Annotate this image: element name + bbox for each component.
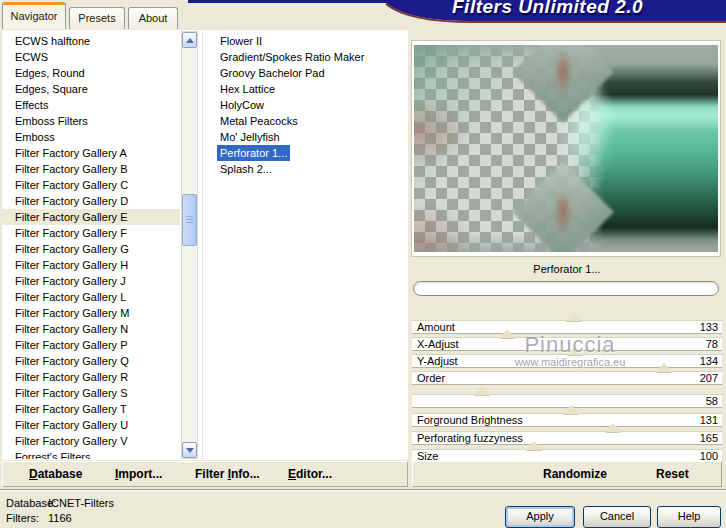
- tab-navigator[interactable]: Navigator: [2, 2, 66, 29]
- slider-thumb-icon[interactable]: [656, 363, 672, 372]
- help-button[interactable]: Help: [657, 506, 721, 528]
- category-item[interactable]: Filter Factory Gallery S: [2, 385, 180, 401]
- reset-button[interactable]: Reset: [656, 462, 689, 486]
- filter-item[interactable]: Gradient/Spokes Ratio Maker: [203, 49, 408, 65]
- slider-thumb-icon[interactable]: [566, 312, 582, 321]
- category-item[interactable]: Emboss Filters: [2, 113, 180, 129]
- cancel-button[interactable]: Cancel: [583, 506, 651, 528]
- category-item[interactable]: Edges, Square: [2, 81, 180, 97]
- parameter-value: 131: [700, 414, 718, 426]
- category-item[interactable]: Filter Factory Gallery R: [2, 369, 180, 385]
- category-item[interactable]: Filter Factory Gallery Q: [2, 353, 180, 369]
- parameter-value: 134: [700, 355, 718, 367]
- parameter-slider[interactable]: Forground Brightness131: [412, 413, 722, 427]
- scrollbar-thumb[interactable]: [182, 194, 197, 246]
- parameter-slider[interactable]: Order207: [412, 371, 722, 385]
- tab-about[interactable]: About: [128, 7, 178, 29]
- category-item[interactable]: Forrest's Filters: [2, 449, 180, 459]
- filters-unlimited-window: Filters Unlimited 2.0 Navigator Presets …: [0, 0, 726, 528]
- parameter-list: Amount133X-Adjust78Y-Adjust134Order20758…: [412, 318, 722, 463]
- category-item[interactable]: ECWS halftone: [2, 33, 180, 49]
- preview-caption: Perforator 1...: [412, 263, 722, 275]
- category-item[interactable]: Filter Factory Gallery G: [2, 241, 180, 257]
- category-item[interactable]: Filter Factory Gallery M: [2, 305, 180, 321]
- left-toolbar: Database Import... Filter Info... Editor…: [2, 461, 408, 487]
- filter-item[interactable]: Splash 2...: [203, 161, 408, 177]
- category-item[interactable]: Filter Factory Gallery N: [2, 321, 180, 337]
- randomize-button[interactable]: Randomize: [543, 462, 607, 486]
- category-item[interactable]: Filter Factory Gallery V: [2, 433, 180, 449]
- parameter-label: Perforating fuzzyness: [417, 432, 523, 444]
- category-item[interactable]: Edges, Round: [2, 65, 180, 81]
- category-item[interactable]: Filter Factory Gallery D: [2, 193, 180, 209]
- filter-item[interactable]: Hex Lattice: [203, 81, 408, 97]
- slider-thumb-icon[interactable]: [605, 423, 621, 432]
- filter-item[interactable]: HolyCow: [203, 97, 408, 113]
- category-item[interactable]: Emboss: [2, 129, 180, 145]
- parameter-slider[interactable]: Amount133: [412, 320, 722, 334]
- database-status-value: ICNET-Filters: [48, 497, 114, 509]
- preview-oval-bottom: [554, 189, 572, 235]
- category-item[interactable]: Filter Factory Gallery P: [2, 337, 180, 353]
- parameter-slider[interactable]: Y-Adjust134: [412, 354, 722, 368]
- parameter-label: Y-Adjust: [417, 355, 458, 367]
- slider-thumb-icon[interactable]: [567, 346, 583, 355]
- chevron-down-icon: [186, 448, 194, 457]
- editor-button[interactable]: Editor...: [288, 462, 332, 486]
- preview-image: [414, 45, 718, 252]
- preview-oval-top: [554, 49, 572, 95]
- category-item[interactable]: Filter Factory Gallery U: [2, 417, 180, 433]
- progress-bar: [413, 281, 719, 296]
- slider-thumb-icon[interactable]: [499, 329, 515, 338]
- parameter-slider[interactable]: Perforating fuzzyness165: [412, 431, 722, 445]
- parameter-value: 78: [706, 338, 718, 350]
- parameter-label: X-Adjust: [417, 338, 459, 350]
- import-button[interactable]: Import...: [115, 462, 162, 486]
- category-item[interactable]: Filter Factory Gallery J: [2, 273, 180, 289]
- parameter-value: 165: [700, 432, 718, 444]
- chevron-up-icon: [186, 34, 194, 43]
- parameter-value: 58: [706, 395, 718, 407]
- category-item[interactable]: Filter Factory Gallery A: [2, 145, 180, 161]
- parameter-label: Amount: [417, 321, 455, 333]
- filter-item[interactable]: Perforator 1...: [203, 145, 408, 161]
- filter-info-button[interactable]: Filter Info...: [195, 462, 260, 486]
- scroll-up-button[interactable]: [182, 32, 197, 48]
- parameter-label: Forground Brightness: [417, 414, 523, 426]
- tab-presets[interactable]: Presets: [69, 7, 125, 29]
- category-item[interactable]: Filter Factory Gallery E: [2, 209, 180, 225]
- category-item[interactable]: ECWS: [2, 49, 180, 65]
- category-item[interactable]: Filter Factory Gallery C: [2, 177, 180, 193]
- database-button[interactable]: Database: [29, 462, 82, 486]
- category-item[interactable]: Filter Factory Gallery L: [2, 289, 180, 305]
- slider-thumb-icon[interactable]: [474, 386, 490, 395]
- category-item[interactable]: Filter Factory Gallery H: [2, 257, 180, 273]
- category-item[interactable]: Filter Factory Gallery B: [2, 161, 180, 177]
- filters-count-label: Filters:: [6, 512, 39, 524]
- apply-button[interactable]: Apply: [505, 506, 575, 528]
- category-item[interactable]: Effects: [2, 97, 180, 113]
- filter-item[interactable]: Flower II: [203, 33, 408, 49]
- filter-item[interactable]: Groovy Bachelor Pad: [203, 65, 408, 81]
- right-toolbar: Randomize Reset: [412, 461, 722, 487]
- category-scrollbar[interactable]: [181, 31, 198, 459]
- lists-panel: ECWS halftoneECWSEdges, RoundEdges, Squa…: [2, 30, 408, 460]
- preview-frame: [411, 40, 721, 257]
- parameter-value: 207: [700, 372, 718, 384]
- filter-item[interactable]: Metal Peacocks: [203, 113, 408, 129]
- app-title: Filters Unlimited 2.0: [452, 0, 722, 18]
- parameter-value: 133: [700, 321, 718, 333]
- filter-item[interactable]: Mo' Jellyfish: [203, 129, 408, 145]
- category-list: ECWS halftoneECWSEdges, RoundEdges, Squa…: [2, 33, 180, 459]
- divider: [0, 489, 726, 491]
- category-item[interactable]: Filter Factory Gallery F: [2, 225, 180, 241]
- scroll-down-button[interactable]: [182, 442, 197, 458]
- slider-thumb-icon[interactable]: [563, 405, 579, 414]
- category-item[interactable]: Filter Factory Gallery T: [2, 401, 180, 417]
- header-bar: Filters Unlimited 2.0 Navigator Presets …: [0, 0, 726, 30]
- slider-thumb-icon[interactable]: [526, 441, 542, 450]
- parameter-label: Order: [417, 372, 445, 384]
- filters-count-value: 1166: [48, 512, 72, 524]
- filter-list: Flower IIGradient/Spokes Ratio MakerGroo…: [202, 33, 408, 459]
